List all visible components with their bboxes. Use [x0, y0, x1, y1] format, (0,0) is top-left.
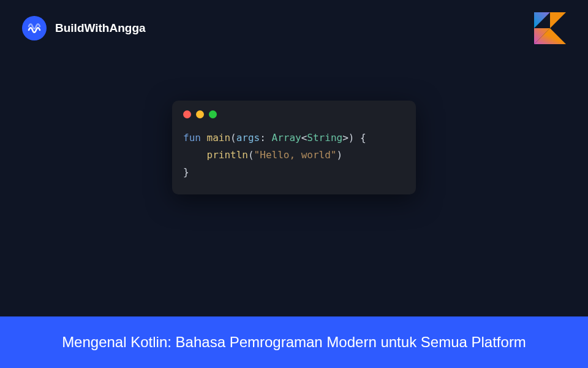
- code-token-punct: (: [248, 149, 254, 161]
- code-token-punct: {: [360, 132, 366, 144]
- code-token-keyword: fun: [183, 132, 201, 144]
- footer-banner: Mengenal Kotlin: Bahasa Pemrograman Mode…: [0, 316, 588, 368]
- code-token-type: Array: [272, 132, 301, 144]
- code-token-punct: ): [336, 149, 342, 161]
- wave-logo-icon: [22, 16, 47, 40]
- minimize-icon: [196, 110, 204, 118]
- kotlin-logo-icon: [534, 12, 566, 44]
- code-token-punct: }: [183, 166, 189, 178]
- code-token-type: String: [307, 132, 342, 144]
- code-token-punct: ): [349, 132, 355, 144]
- code-token-param: args: [236, 132, 260, 144]
- close-icon: [183, 110, 191, 118]
- svg-marker-0: [534, 12, 550, 28]
- maximize-icon: [209, 110, 217, 118]
- brand-name: BuildWithAngga: [55, 21, 146, 35]
- code-token-op: >: [342, 132, 349, 144]
- code-indent: [183, 149, 207, 161]
- code-window: fun main(args: Array<String>) { println(…: [172, 101, 416, 194]
- code-block: fun main(args: Array<String>) { println(…: [183, 129, 405, 181]
- code-token-op: :: [260, 132, 266, 144]
- code-token-op: <: [301, 132, 307, 144]
- code-token-string: "Hello, world": [254, 149, 337, 161]
- header: BuildWithAngga: [0, 0, 588, 56]
- brand: BuildWithAngga: [22, 16, 146, 40]
- window-traffic-lights: [183, 110, 405, 118]
- page-title: Mengenal Kotlin: Bahasa Pemrograman Mode…: [62, 334, 526, 351]
- code-token-function: main: [207, 132, 231, 144]
- code-token-function: println: [207, 149, 248, 161]
- code-token-punct: (: [230, 132, 236, 144]
